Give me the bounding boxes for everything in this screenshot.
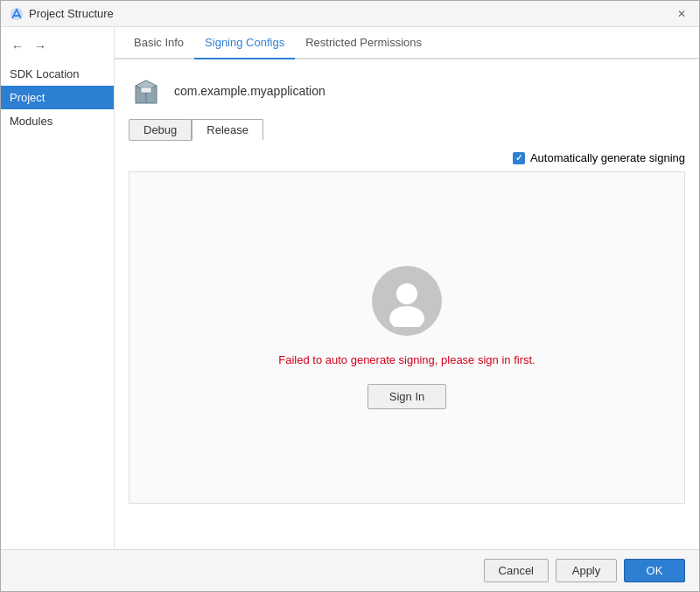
svg-point-6 <box>389 306 424 327</box>
sign-in-button[interactable]: Sign In <box>368 384 446 409</box>
app-id: com.example.myapplication <box>174 84 326 98</box>
back-button[interactable]: ← <box>8 38 27 55</box>
tab-basic-info[interactable]: Basic Info <box>123 27 194 58</box>
svg-point-5 <box>396 283 417 304</box>
ok-button[interactable]: OK <box>624 559 685 582</box>
close-button[interactable]: ✕ <box>673 5 690 23</box>
sidebar-item-sdk-location[interactable]: SDK Location <box>1 62 114 86</box>
sidebar: ← → SDK Location Project Modules <box>1 27 115 549</box>
error-message: Failed to auto generate signing, please … <box>278 353 535 366</box>
panel-content: com.example.myapplication Debug Release … <box>115 59 699 549</box>
signing-area: Failed to auto generate signing, please … <box>129 171 685 504</box>
app-package-icon <box>129 73 164 108</box>
sidebar-item-modules[interactable]: Modules <box>1 109 114 133</box>
main-panel: Basic Info Signing Configs Restricted Pe… <box>115 27 699 549</box>
build-type-buttons: Debug Release <box>129 119 685 141</box>
auto-sign-checkbox-label[interactable]: Automatically generate signing <box>513 151 685 164</box>
auto-sign-label: Automatically generate signing <box>530 151 685 164</box>
svg-rect-4 <box>141 87 151 93</box>
main-content: ← → SDK Location Project Modules Basic I… <box>1 27 699 549</box>
titlebar: Project Structure ✕ <box>1 1 699 27</box>
user-avatar <box>372 266 442 336</box>
app-icon <box>10 7 24 21</box>
tab-restricted-permissions[interactable]: Restricted Permissions <box>295 27 432 58</box>
debug-button[interactable]: Debug <box>129 119 192 141</box>
release-button[interactable]: Release <box>192 119 263 141</box>
sidebar-item-project[interactable]: Project <box>1 86 114 109</box>
project-structure-dialog: Project Structure ✕ ← → SDK Location Pro… <box>0 0 700 592</box>
titlebar-title: Project Structure <box>29 7 673 20</box>
tab-signing-configs[interactable]: Signing Configs <box>194 27 295 58</box>
tabs-bar: Basic Info Signing Configs Restricted Pe… <box>115 27 699 59</box>
auto-sign-checkbox[interactable] <box>513 152 525 164</box>
footer: Cancel Apply OK <box>1 549 699 591</box>
auto-sign-row: Automatically generate signing <box>129 151 685 164</box>
app-header: com.example.myapplication <box>129 73 685 108</box>
cancel-button[interactable]: Cancel <box>484 559 549 582</box>
forward-button[interactable]: → <box>31 38 50 55</box>
nav-arrows: ← → <box>1 34 114 62</box>
apply-button[interactable]: Apply <box>556 559 617 582</box>
